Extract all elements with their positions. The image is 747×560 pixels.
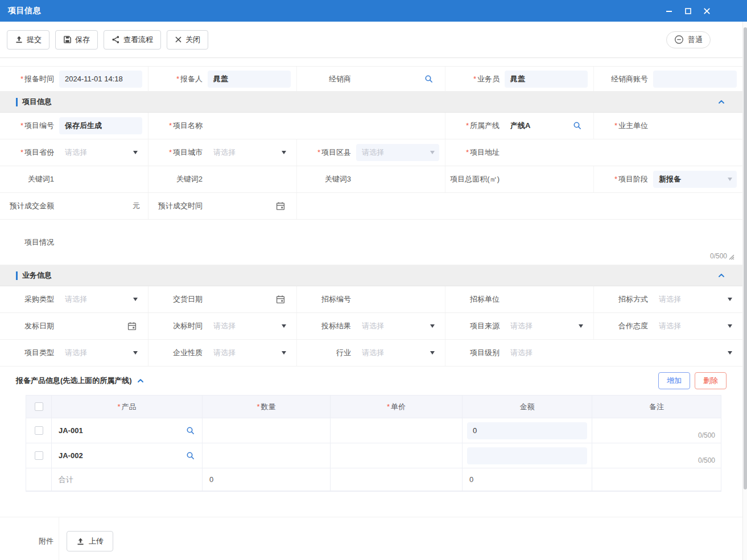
salesman-input[interactable]: 晁盖 xyxy=(505,67,588,91)
save-button[interactable]: 保存 xyxy=(55,30,98,50)
keyword1-input[interactable] xyxy=(59,166,142,192)
price-cell[interactable] xyxy=(331,443,463,468)
form-row-situation: 项目情况 0/500 xyxy=(0,220,742,265)
remark-cell[interactable]: 0/500 xyxy=(592,443,721,468)
remark-cell[interactable]: 0/500 xyxy=(592,418,721,443)
total-price xyxy=(331,468,463,491)
maximize-button[interactable] xyxy=(683,6,693,16)
close-button[interactable]: 关闭 xyxy=(167,30,208,50)
deal-time-datepicker[interactable] xyxy=(208,193,291,219)
field-keyword3: 关键词3 xyxy=(297,166,445,192)
bid-method-select[interactable]: 请选择 xyxy=(653,286,737,312)
purchase-type-select[interactable]: 请选择 xyxy=(59,286,142,312)
close-window-button[interactable] xyxy=(701,6,712,16)
product-search-button[interactable] xyxy=(186,451,195,460)
share-flow-icon xyxy=(112,35,120,44)
deal-amount-input[interactable]: 元 xyxy=(59,193,142,219)
address-label: 项目地址 xyxy=(470,148,500,157)
products-table-header: *产品 *数量 *单价 金额 备注 xyxy=(26,396,721,418)
qty-cell[interactable] xyxy=(203,443,331,468)
form-row-project-1: *项目编号 保存后生成 *项目名称 *所属产线 产线A *业主单位 xyxy=(0,113,742,139)
spacer xyxy=(0,492,742,517)
attitude-placeholder: 请选择 xyxy=(653,321,728,331)
project-name-input[interactable] xyxy=(208,113,439,139)
situation-textarea[interactable]: 0/500 xyxy=(59,220,742,265)
search-icon xyxy=(573,121,582,130)
view-flow-button[interactable]: 查看流程 xyxy=(104,30,161,50)
upload-button[interactable]: 上传 xyxy=(67,531,113,551)
field-source: 项目来源 请选择 xyxy=(445,313,594,339)
county-label: 项目区县 xyxy=(321,148,351,157)
priority-label: 普通 xyxy=(688,35,703,45)
product-line-lookup[interactable]: 产线A xyxy=(505,113,588,139)
reporter-label: 报备人 xyxy=(180,75,203,83)
keyword2-input[interactable] xyxy=(208,166,291,192)
stage-select[interactable]: 新报备 xyxy=(653,166,737,192)
minimize-button[interactable] xyxy=(664,6,674,16)
field-keyword2: 关键词2 xyxy=(148,166,297,192)
calendar-icon[interactable] xyxy=(127,322,137,331)
section-project-title: 项目信息 xyxy=(22,97,52,107)
section-business-info: 业务信息 xyxy=(0,265,742,286)
product-cell[interactable]: JA-002 xyxy=(52,443,203,468)
issue-date-datepicker[interactable] xyxy=(59,313,142,339)
close-icon xyxy=(175,36,182,43)
keyword3-input[interactable] xyxy=(356,166,439,192)
report-time-input[interactable]: 2024-11-01 14:18 xyxy=(59,67,142,91)
qty-cell[interactable] xyxy=(203,418,331,443)
area-input[interactable] xyxy=(505,166,588,192)
product-line-search-button[interactable] xyxy=(573,121,582,130)
titlebar: 项目信息 xyxy=(0,0,747,22)
collapse-project-button[interactable] xyxy=(717,98,725,106)
submit-button[interactable]: 提交 xyxy=(7,30,49,50)
resize-grip-icon[interactable] xyxy=(728,253,734,260)
product-search-button[interactable] xyxy=(186,426,195,435)
scrollbar-thumb[interactable] xyxy=(744,27,747,489)
calendar-icon[interactable] xyxy=(276,201,285,211)
owner-unit-input[interactable] xyxy=(653,113,737,139)
attitude-select[interactable]: 请选择 xyxy=(653,313,737,339)
enterprise-select[interactable]: 请选择 xyxy=(208,340,291,366)
upload-icon xyxy=(76,537,85,546)
reporter-input[interactable]: 晁盖 xyxy=(208,67,291,91)
delivery-date-datepicker[interactable] xyxy=(208,286,291,312)
add-product-button[interactable]: 增加 xyxy=(658,372,690,389)
section-project-info: 项目信息 xyxy=(0,92,742,113)
dealer-account-input[interactable] xyxy=(653,67,737,91)
field-report-time: *报备时间 2024-11-01 14:18 xyxy=(0,67,148,91)
row-checkbox[interactable] xyxy=(35,426,43,435)
source-select[interactable]: 请选择 xyxy=(505,313,588,339)
bid-no-input[interactable] xyxy=(356,286,439,312)
project-type-select[interactable]: 请选择 xyxy=(59,340,142,366)
calendar-icon[interactable] xyxy=(276,295,285,304)
province-select[interactable]: 请选择 xyxy=(59,139,142,166)
address-input[interactable] xyxy=(505,139,737,166)
dealer-lookup[interactable] xyxy=(356,67,439,91)
collapse-products-button[interactable] xyxy=(137,377,145,385)
industry-select[interactable]: 请选择 xyxy=(356,340,439,366)
report-time-label: 报备时间 xyxy=(24,75,54,83)
award-time-select[interactable]: 请选择 xyxy=(208,313,291,339)
vertical-scrollbar[interactable] xyxy=(742,22,747,560)
bid-result-select[interactable]: 请选择 xyxy=(356,313,439,339)
field-project-name: *项目名称 xyxy=(148,113,445,139)
product-cell[interactable]: JA-001 xyxy=(52,418,203,443)
owner-unit-label: 业主单位 xyxy=(618,121,648,130)
delete-product-button[interactable]: 删除 xyxy=(695,372,727,389)
award-time-placeholder: 请选择 xyxy=(208,321,282,331)
amount-value: 0 xyxy=(473,426,477,435)
amount-cell[interactable]: 0 xyxy=(463,418,592,443)
price-cell[interactable] xyxy=(331,418,463,443)
level-select[interactable]: 请选择 xyxy=(505,340,737,366)
city-select[interactable]: 请选择 xyxy=(208,139,291,166)
select-all-checkbox[interactable] xyxy=(35,402,43,411)
bid-unit-input[interactable] xyxy=(505,286,588,312)
row-checkbox[interactable] xyxy=(35,451,43,460)
amount-cell[interactable] xyxy=(463,443,592,468)
collapse-business-button[interactable] xyxy=(717,271,725,279)
enterprise-placeholder: 请选择 xyxy=(208,348,282,358)
dealer-search-button[interactable] xyxy=(424,75,434,84)
priority-badge[interactable]: 普通 xyxy=(666,31,711,48)
project-no-input[interactable]: 保存后生成 xyxy=(59,113,142,139)
county-select[interactable]: 请选择 xyxy=(356,139,439,166)
